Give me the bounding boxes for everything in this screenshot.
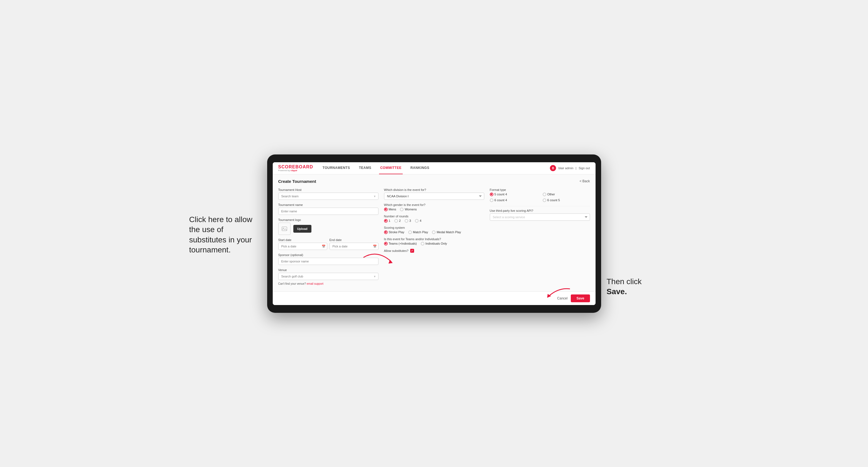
nav-user: B blair admin | Sign out <box>550 165 590 171</box>
event-type-individuals-radio[interactable] <box>421 242 425 246</box>
gender-mens[interactable]: Mens <box>384 208 396 211</box>
avatar: B <box>550 165 556 171</box>
gender-group: Which gender is the event for? Mens Wome… <box>384 203 484 211</box>
scoring-api-select[interactable]: Select a scoring service <box>490 214 590 221</box>
nav-link-teams[interactable]: TEAMS <box>358 162 373 175</box>
venue-input[interactable] <box>278 273 378 280</box>
rounds-2-label: 2 <box>399 219 401 222</box>
scoring-system-label: Scoring system <box>384 226 484 229</box>
format-other-radio[interactable] <box>543 193 546 196</box>
form-column-1: Tournament Host ▼ Tournament name <box>278 188 378 285</box>
cancel-button[interactable]: Cancel <box>557 297 567 300</box>
scoring-medal-match[interactable]: Medal Match Play <box>432 230 461 234</box>
format-6count4[interactable]: 6 count 4 <box>490 198 537 202</box>
tournament-name-label: Tournament name <box>278 203 378 207</box>
end-date-input[interactable] <box>330 243 378 250</box>
nav-link-committee[interactable]: COMMITTEE <box>379 162 403 175</box>
save-button[interactable]: Save <box>571 294 590 302</box>
logo-text: SCOREBOARD <box>278 165 313 169</box>
rounds-4-radio[interactable] <box>415 219 418 223</box>
scoring-match-play-label: Match Play <box>413 230 428 234</box>
page-title: Create Tournament <box>278 179 316 184</box>
end-date-wrap: 📅 <box>330 243 378 250</box>
venue-label: Venue <box>278 268 378 272</box>
form-footer: Cancel Save <box>273 291 595 305</box>
gender-mens-radio[interactable] <box>384 208 388 211</box>
venue-group: Venue ▼ Can't find your venue? email sup… <box>278 268 378 285</box>
start-date-input[interactable] <box>278 243 327 250</box>
rounds-1-radio[interactable] <box>384 219 388 223</box>
substitutes-group: Allow substitutes? <box>384 249 484 253</box>
event-type-individuals[interactable]: Individuals Only <box>421 242 447 246</box>
svg-rect-2 <box>282 227 287 231</box>
logo-placeholder <box>278 223 290 235</box>
format-6count4-radio[interactable] <box>490 198 493 202</box>
tournament-name-group: Tournament name <box>278 203 378 215</box>
scoring-stroke-play[interactable]: Stroke Play <box>384 230 404 234</box>
nav-link-rankings[interactable]: RANKINGS <box>409 162 431 175</box>
gender-womens[interactable]: Womens <box>400 208 416 211</box>
calendar-icon: 📅 <box>322 244 326 248</box>
rounds-2-radio[interactable] <box>394 219 398 223</box>
user-name: blair admin <box>558 166 573 170</box>
substitutes-checkbox[interactable] <box>410 249 414 253</box>
format-5count4-label: 5 count 4 <box>495 193 507 196</box>
event-type-teams[interactable]: Teams (+Individuals) <box>384 242 417 246</box>
division-select[interactable]: NCAA Division I <box>384 193 484 200</box>
format-type-label: Format type <box>490 188 590 191</box>
gender-mens-label: Mens <box>389 208 396 211</box>
scoring-match-play[interactable]: Match Play <box>408 230 428 234</box>
email-support-link[interactable]: email support <box>307 282 323 285</box>
sponsor-group: Sponsor (optional) <box>278 253 378 265</box>
sponsor-input[interactable] <box>278 258 378 265</box>
start-date-wrap: 📅 <box>278 243 327 250</box>
division-group: Which division is the event for? NCAA Di… <box>384 188 484 200</box>
format-other[interactable]: Other <box>543 193 590 196</box>
back-link[interactable]: < Back <box>580 179 590 183</box>
format-6count5[interactable]: 6 count 5 <box>543 198 590 202</box>
tournament-logo-label: Tournament logo <box>278 218 378 221</box>
tablet-screen: SCOREBOARD Powered by clippd TOURNAMENTS… <box>273 162 595 305</box>
sponsor-label: Sponsor (optional) <box>278 253 378 257</box>
form-column-2: Which division is the event for? NCAA Di… <box>384 188 484 285</box>
gender-womens-radio[interactable] <box>400 208 404 211</box>
rounds-label: Number of rounds <box>384 215 484 218</box>
rounds-4[interactable]: 4 <box>415 219 421 223</box>
rounds-4-label: 4 <box>420 219 421 222</box>
scoring-stroke-play-radio[interactable] <box>384 230 388 234</box>
nav-link-tournaments[interactable]: TOURNAMENTS <box>321 162 351 175</box>
form-grid: Tournament Host ▼ Tournament name <box>278 188 590 285</box>
nav-separator: | <box>576 166 576 170</box>
gender-radio-group: Mens Womens <box>384 208 484 211</box>
scoring-medal-match-label: Medal Match Play <box>437 230 461 234</box>
format-5count4-radio[interactable] <box>490 193 493 196</box>
rounds-2[interactable]: 2 <box>394 219 401 223</box>
scoring-api-label: Use third-party live scoring API? <box>490 209 590 212</box>
scoring-medal-match-radio[interactable] <box>432 230 436 234</box>
start-date-label: Start date <box>278 238 327 242</box>
format-6count5-radio[interactable] <box>543 198 546 202</box>
tournament-name-input[interactable] <box>278 208 378 215</box>
form-column-3: Format type 5 count 4 Other <box>490 188 590 285</box>
search-dropdown-icon: ▼ <box>373 194 376 197</box>
end-date-label: End date <box>330 238 378 242</box>
sign-out-link[interactable]: Sign out <box>579 166 590 170</box>
rounds-radio-group: 1 2 3 <box>384 219 484 223</box>
scoring-match-play-radio[interactable] <box>408 230 412 234</box>
rounds-3-radio[interactable] <box>405 219 408 223</box>
gender-label: Which gender is the event for? <box>384 203 484 207</box>
event-type-teams-radio[interactable] <box>384 242 388 246</box>
tournament-host-group: Tournament Host ▼ <box>278 188 378 200</box>
format-other-label: Other <box>548 193 555 196</box>
upload-button[interactable]: Upload <box>293 225 311 233</box>
event-type-label: Is this event for Teams and/or Individua… <box>384 238 484 241</box>
rounds-1[interactable]: 1 <box>384 219 391 223</box>
date-row: Start date 📅 End date 📅 <box>278 238 378 250</box>
calendar-end-icon: 📅 <box>373 244 377 248</box>
tournament-host-input[interactable] <box>278 193 378 200</box>
format-5count4[interactable]: 5 count 4 <box>490 193 537 196</box>
end-date-group: End date 📅 <box>330 238 378 250</box>
rounds-3[interactable]: 3 <box>405 219 411 223</box>
tournament-logo-group: Tournament logo Upload <box>278 218 378 235</box>
start-date-group: Start date 📅 <box>278 238 327 250</box>
